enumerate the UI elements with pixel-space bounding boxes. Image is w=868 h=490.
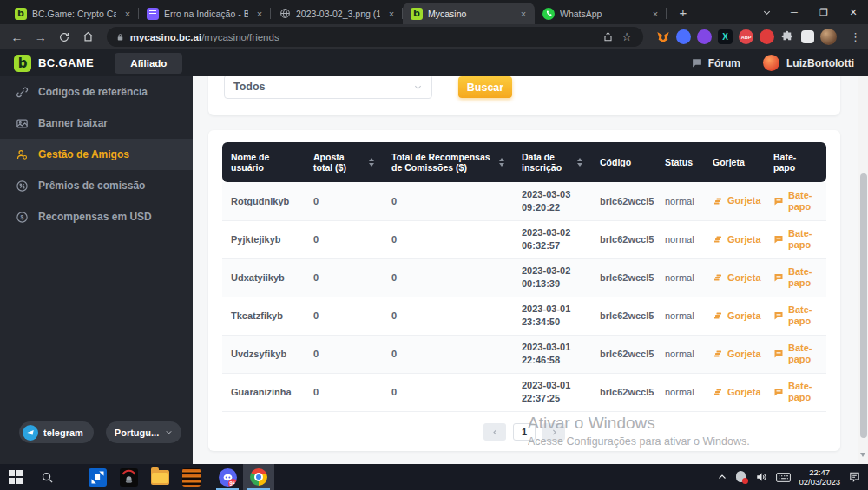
browser-profile-avatar[interactable] xyxy=(820,29,837,45)
site-logo-text[interactable]: BC.GAME xyxy=(38,56,94,69)
tab-mycasino-active[interactable]: b Mycasino × xyxy=(403,3,535,24)
address-bar[interactable]: mycasino.bc.ai/mycasino/friends ☆ xyxy=(107,27,643,47)
tab-png-image[interactable]: 2023-03-02_3.png (1024×76 × xyxy=(271,3,403,24)
tip-link[interactable]: Gorjeta xyxy=(713,272,756,284)
browser-menu-icon[interactable]: ⋮ xyxy=(850,30,861,43)
sort-date-icon[interactable] xyxy=(577,158,582,167)
back-icon[interactable]: ← xyxy=(7,27,27,48)
amd-radeon-icon xyxy=(89,468,107,487)
mouse-utility-icon[interactable] xyxy=(735,471,747,483)
bookmark-star-icon[interactable]: ☆ xyxy=(617,28,636,47)
cell-bet-total: 0 xyxy=(305,373,383,411)
tab-close-icon[interactable]: × xyxy=(122,8,134,20)
sidebar-item-friends-management[interactable]: Gestão de Amigos xyxy=(0,139,193,170)
sidebar-item-label: Códigos de referência xyxy=(38,86,148,98)
tab-close-icon[interactable]: × xyxy=(385,8,398,20)
keyboard-icon[interactable] xyxy=(776,472,791,483)
start-button[interactable] xyxy=(0,464,31,490)
afiliado-button[interactable]: Afiliado xyxy=(115,53,182,74)
metamask-icon[interactable] xyxy=(655,29,670,44)
col-chat: Bate-papo xyxy=(773,152,796,173)
new-tab-button[interactable]: + xyxy=(672,2,694,24)
tab-close-icon[interactable]: × xyxy=(649,8,661,20)
notification-center-icon[interactable] xyxy=(848,471,861,483)
wallet-purple-icon[interactable] xyxy=(697,29,712,44)
home-icon[interactable] xyxy=(78,27,98,48)
maximize-button[interactable]: ❐ xyxy=(809,0,838,24)
sidebar-item-banner-download[interactable]: Banner baixar xyxy=(0,108,193,139)
volume-icon[interactable] xyxy=(755,471,768,483)
user-avatar[interactable] xyxy=(763,55,779,71)
tab-whatsapp[interactable]: WhatsApp × xyxy=(535,3,667,24)
cell-bet-total: 0 xyxy=(305,297,383,335)
bcgame-favicon: b xyxy=(411,8,423,20)
taskbar-amd-app[interactable] xyxy=(82,464,113,490)
chat-link[interactable]: Bate-papo xyxy=(773,266,818,289)
tab-close-icon[interactable]: × xyxy=(517,8,529,20)
chat-link[interactable]: Bate-papo xyxy=(773,228,818,251)
chrome-icon xyxy=(250,468,267,486)
tab-bcgame-casino[interactable]: b BC.Game: Crypto Casino Gan × xyxy=(7,3,139,24)
scrollbar-thumb[interactable] xyxy=(860,173,867,438)
puzzle-extensions-icon[interactable] xyxy=(780,29,795,44)
tab-erro-indicacao[interactable]: Erro na Indicação - BC.Game × xyxy=(139,3,271,24)
tip-link[interactable]: Gorjeta xyxy=(713,387,756,398)
sort-commission-icon[interactable] xyxy=(499,158,504,167)
close-button[interactable]: × xyxy=(838,0,868,24)
wallet-blue-icon[interactable] xyxy=(676,29,691,44)
cell-commission-rewards: 0 xyxy=(383,335,513,373)
x-extension-icon[interactable]: X xyxy=(718,29,733,44)
forum-link[interactable]: Fórum xyxy=(691,57,740,69)
window-controls: ─ ❐ × xyxy=(753,0,868,24)
chat-link[interactable]: Bate-papo xyxy=(773,190,818,212)
adblock-plus-icon[interactable]: ABP xyxy=(739,29,753,44)
whatsapp-icon xyxy=(542,8,555,20)
taskbar-file-explorer[interactable] xyxy=(144,464,175,490)
adguard-icon[interactable] xyxy=(760,29,774,44)
col-tip: Gorjeta xyxy=(713,157,745,167)
chat-link[interactable]: Bate-papo xyxy=(773,381,818,403)
taskbar-chrome[interactable] xyxy=(243,464,274,490)
username-label[interactable]: LuizBortolotti xyxy=(786,57,854,69)
sidebar-item-usd-rewards[interactable]: $ Recompensas em USD xyxy=(0,201,193,232)
friend-filter-select[interactable]: Todos xyxy=(224,76,432,99)
share-icon[interactable] xyxy=(598,28,617,47)
prev-page-button[interactable] xyxy=(483,423,506,441)
telegram-button[interactable]: telegram xyxy=(19,421,94,443)
banner-image-icon xyxy=(16,117,30,130)
taskbar-clock[interactable]: 22:47 02/03/2023 xyxy=(799,467,840,487)
taskbar-search-button[interactable] xyxy=(31,464,62,490)
reload-icon[interactable] xyxy=(54,27,74,48)
sort-bet-total-icon[interactable] xyxy=(369,158,374,167)
sidepanel-extension-icon[interactable] xyxy=(801,30,814,43)
tip-link[interactable]: Gorjeta xyxy=(713,349,756,360)
tab-close-icon[interactable]: × xyxy=(253,8,266,20)
taskbar-game-app[interactable] xyxy=(113,464,144,490)
sidebar-item-referral-codes[interactable]: Códigos de referência xyxy=(0,76,193,108)
taskbar-orange-app[interactable] xyxy=(175,464,207,490)
search-button[interactable]: Buscar xyxy=(458,76,512,98)
friends-table-card: Nome de usuário Aposta total ($) Total d… xyxy=(208,130,840,451)
sidebar-item-commission-rewards[interactable]: Prêmios de comissão xyxy=(0,170,193,201)
windows-activation-watermark: Ativar o Windows Acesse Configurações pa… xyxy=(528,414,750,448)
forward-icon[interactable]: → xyxy=(30,27,50,48)
coins-icon xyxy=(713,234,723,245)
tray-chevron-up-icon[interactable] xyxy=(717,472,727,482)
url-path: /mycasino/friends xyxy=(201,32,279,42)
bcgame-logo-icon[interactable]: b xyxy=(14,55,31,72)
tip-link[interactable]: Gorjeta xyxy=(713,195,756,206)
svg-text:$: $ xyxy=(21,214,24,221)
tab-search-chevron-icon[interactable] xyxy=(753,0,779,24)
minimize-button[interactable]: ─ xyxy=(779,0,809,24)
tip-link[interactable]: Gorjeta xyxy=(713,234,756,245)
tip-link[interactable]: Gorjeta xyxy=(713,310,756,322)
page-scrollbar[interactable] xyxy=(858,76,868,464)
chat-link[interactable]: Bate-papo xyxy=(773,343,818,365)
forum-label: Fórum xyxy=(708,57,740,69)
taskbar-discord[interactable]: 9+ xyxy=(212,464,243,490)
cell-code: brlc62wccl5 xyxy=(591,297,656,335)
scrollbar-down-arrow-icon[interactable] xyxy=(860,453,865,457)
language-selector[interactable]: Portugu... xyxy=(106,421,181,443)
cell-bet-total: 0 xyxy=(305,335,383,373)
chat-link[interactable]: Bate-papo xyxy=(773,304,818,327)
